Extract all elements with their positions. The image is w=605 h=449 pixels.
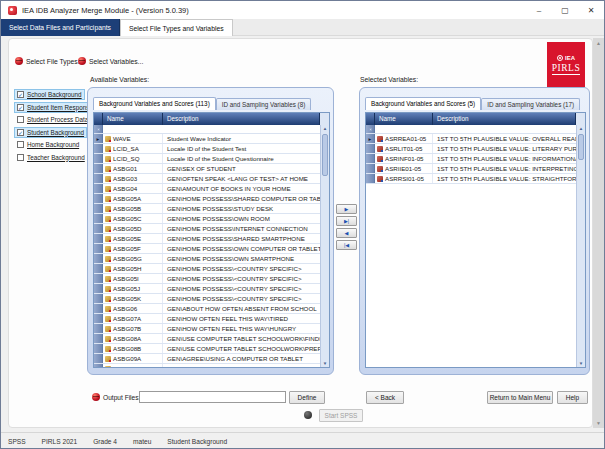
variable-description: GEN\AGREE\TYPING	[163, 364, 320, 367]
description-column-header[interactable]: Description	[163, 113, 320, 125]
main-tab[interactable]: Select Data Files and Participants	[1, 19, 120, 36]
variable-row[interactable]: ASBG05I GEN\HOME POSSESS\<COUNTRY SPECIF…	[94, 274, 320, 284]
variable-description: GEN\HOME POSSESS\INTERNET CONNECTION	[163, 224, 320, 233]
variable-row[interactable]: ASBG05E GEN\HOME POSSESS\SHARED SMARTPHO…	[94, 234, 320, 244]
variable-row[interactable]: ASBG04 GEN\AMOUNT OF BOOKS IN YOUR HOME	[94, 184, 320, 194]
file-type-item[interactable]: Home Background	[14, 139, 82, 150]
help-button[interactable]: Help	[557, 391, 588, 404]
variable-row[interactable]: ASRLIT01-05 1ST TO 5TH PLAUSIBLE VALUE: …	[366, 144, 576, 154]
filter-row[interactable]	[94, 125, 320, 134]
scroll-down-icon[interactable]: ▼	[321, 361, 329, 366]
output-files-input[interactable]	[139, 391, 286, 403]
move-button[interactable]: ▶	[336, 204, 357, 214]
description-column-header[interactable]: Description	[433, 113, 576, 125]
variable-row[interactable]: ASRINF01-05 1ST TO 5TH PLAUSIBLE VALUE: …	[366, 154, 576, 164]
grid-tab[interactable]: Background Variables and Scores (113)	[93, 97, 216, 110]
grid-tab[interactable]: ID and Sampling Variables (8)	[216, 98, 312, 110]
variable-row[interactable]: ASBG03 GEN\OFTEN SPEAK <LANG OF TEST> AT…	[94, 174, 320, 184]
variable-name: ASBG01	[113, 165, 137, 172]
variable-row[interactable]: ASBG05F GEN\HOME POSSESS\OWN COMPUTER OR…	[94, 244, 320, 254]
variable-row[interactable]: LCID_SA Locale ID of the Student Test	[94, 144, 320, 154]
main-tab[interactable]: Select File Types and Variables	[120, 19, 233, 36]
scroll-down-icon[interactable]: ▼	[593, 420, 604, 426]
variable-row[interactable]: ASBG05H GEN\HOME POSSESS\<COUNTRY SPECIF…	[94, 264, 320, 274]
scroll-up-icon[interactable]: ▲	[577, 126, 585, 131]
checkbox-icon[interactable]	[17, 116, 24, 123]
checkbox-icon[interactable]	[17, 129, 24, 136]
close-button[interactable]: ✕	[578, 1, 604, 19]
title-bar: IEA IDB Analyzer Merge Module - (Version…	[1, 1, 604, 19]
row-indicator	[366, 164, 375, 173]
variable-name: ASBG04	[113, 185, 137, 192]
variable-row[interactable]: ASBG05A GEN\HOME POSSESS\SHARED COMPUTER…	[94, 194, 320, 204]
variable-row[interactable]: ASBG06 GEN\ABOUT HOW OFTEN ABSENT FROM S…	[94, 304, 320, 314]
file-type-item[interactable]: Student Process Data	[14, 114, 91, 125]
available-variables-panel: Background Variables and Scores (113) ID…	[87, 87, 334, 375]
variable-description: GEN\HOME POSSESS\SHARED COMPUTER OR TABL…	[163, 194, 320, 203]
variable-row[interactable]: ASBG07A GEN\HOW OFTEN FEEL THIS WAY\TIRE…	[94, 314, 320, 324]
file-type-item[interactable]: School Background	[14, 89, 85, 100]
scrollbar-thumb[interactable]	[578, 134, 584, 160]
file-type-item[interactable]: Student Background	[14, 127, 87, 138]
variable-row[interactable]: ASBG01 GEN\SEX OF STUDENT	[94, 164, 320, 174]
variable-name: ASBG05B	[113, 205, 141, 212]
maximize-button[interactable]: ▢	[552, 1, 578, 19]
variable-row[interactable]: ASRREA01-05 1ST TO 5TH PLAUSIBLE VALUE: …	[366, 134, 576, 144]
checkbox-icon[interactable]	[17, 141, 24, 148]
grid-tab[interactable]: ID and Sampling Variables (17)	[481, 98, 580, 110]
checkbox-icon[interactable]	[17, 91, 24, 98]
status-item: Student Background	[167, 438, 227, 445]
scroll-up-icon[interactable]: ▲	[321, 126, 329, 131]
select-variables-button[interactable]: Select Variables...	[78, 57, 143, 65]
variable-row[interactable]: LCID_SQ Locale ID of the Student Questio…	[94, 154, 320, 164]
variable-row[interactable]: ASBG08B GEN\USE COMPUTER TABLET SCHOOLWO…	[94, 344, 320, 354]
selected-grid-scrollbar[interactable]: ▲ ▼	[576, 125, 585, 367]
status-bar: SPSS PIRLS 2021 Grade 4 mateu Student Ba…	[1, 432, 604, 449]
scroll-up-icon[interactable]: ▲	[593, 40, 604, 46]
minimize-button[interactable]: –	[526, 1, 552, 19]
available-grid-scrollbar[interactable]: ▲ ▼	[320, 125, 329, 367]
page-scrollbar[interactable]: ▲ ▼	[593, 38, 604, 428]
select-file-types-button[interactable]: Select File Types...	[15, 57, 83, 65]
variable-row[interactable]: ASBG09A GEN\AGREE\USING A COMPUTER OR TA…	[94, 354, 320, 364]
output-files-status-icon	[92, 393, 100, 401]
start-spss-button[interactable]: Start SPSS	[319, 409, 363, 422]
variable-row[interactable]: ASBG08A GEN\USE COMPUTER TABLET SCHOOLWO…	[94, 334, 320, 344]
checkbox-icon[interactable]	[17, 104, 24, 111]
row-indicator	[94, 294, 103, 303]
name-column-header[interactable]: Name	[375, 113, 433, 125]
variable-row[interactable]: ASBG05D GEN\HOME POSSESS\INTERNET CONNEC…	[94, 224, 320, 234]
variable-row[interactable]: ASBG05G GEN\HOME POSSESS\OWN SMARTPHONE	[94, 254, 320, 264]
filter-row[interactable]	[366, 125, 576, 134]
move-button[interactable]: ◀	[336, 228, 357, 238]
row-indicator	[94, 304, 103, 313]
file-type-item[interactable]: Teacher Background	[14, 152, 88, 163]
scroll-down-icon[interactable]: ▼	[577, 361, 585, 366]
variable-row[interactable]: ASBG05K GEN\HOME POSSESS\<COUNTRY SPECIF…	[94, 294, 320, 304]
return-to-main-menu-button[interactable]: Return to Main Menu	[487, 391, 553, 404]
variable-row[interactable]: ASBG05B GEN\HOME POSSESS\STUDY DESK	[94, 204, 320, 214]
variable-row[interactable]: ASBG05J GEN\HOME POSSESS\<COUNTRY SPECIF…	[94, 284, 320, 294]
variable-row[interactable]: WAVE Student Wave Indicator	[94, 134, 320, 144]
grid-tab[interactable]: Background Variables and Scores (5)	[365, 97, 481, 110]
selected-grid-tabs: Background Variables and Scores (5) ID a…	[365, 97, 580, 110]
variable-name: ASBG05J	[113, 285, 140, 292]
select-file-types-label: Select File Types...	[26, 58, 83, 65]
select-file-types-icon	[15, 57, 23, 65]
variable-name: ASBG05D	[113, 225, 142, 232]
variable-row[interactable]: ASBG05C GEN\HOME POSSESS\OWN ROOM	[94, 214, 320, 224]
variable-description: 1ST TO 5TH PLAUSIBLE VALUE: OVERALL READ…	[433, 134, 576, 143]
define-button[interactable]: Define	[289, 391, 325, 404]
row-indicator	[94, 274, 103, 283]
move-button[interactable]: ▶|	[336, 216, 357, 226]
row-indicator	[94, 134, 103, 143]
variable-row[interactable]: ASBG09B GEN\AGREE\TYPING	[94, 364, 320, 367]
variable-row[interactable]: ASBG07B GEN\HOW OFTEN FEEL THIS WAY\HUNG…	[94, 324, 320, 334]
variable-row[interactable]: ASRIIE01-05 1ST TO 5TH PLAUSIBLE VALUE: …	[366, 164, 576, 174]
name-column-header[interactable]: Name	[103, 113, 163, 125]
scrollbar-thumb[interactable]	[322, 134, 328, 176]
checkbox-icon[interactable]	[17, 154, 24, 161]
move-button[interactable]: |◀	[336, 240, 357, 250]
variable-row[interactable]: ASRRSI01-05 1ST TO 5TH PLAUSIBLE VALUE: …	[366, 174, 576, 184]
back-button[interactable]: < Back	[366, 391, 404, 404]
